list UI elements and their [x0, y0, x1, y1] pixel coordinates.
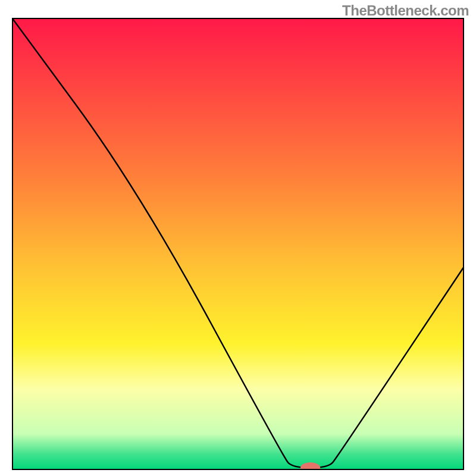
chart-plot-area [12, 18, 464, 470]
chart-container: TheBottleneck.com [0, 0, 476, 476]
gradient-background [12, 18, 464, 470]
watermark-text: TheBottleneck.com [342, 2, 469, 19]
chart-svg [12, 18, 464, 470]
